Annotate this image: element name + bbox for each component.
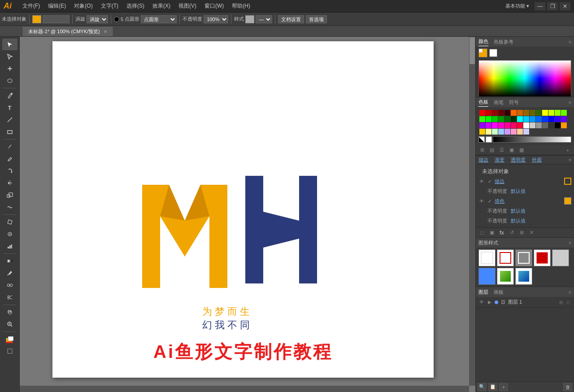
stroke-opacity-value[interactable]: 默认值 — [511, 188, 526, 195]
menu-view[interactable]: 视图(V) — [175, 1, 200, 11]
menu-object[interactable]: 对象(O) — [70, 1, 96, 11]
fill-opacity-value-1[interactable]: 默认值 — [511, 208, 526, 214]
restore-button[interactable]: ❐ — [547, 2, 558, 10]
fill-color-btn[interactable] — [2, 333, 17, 345]
menu-file[interactable]: 文件(F) — [19, 1, 43, 11]
palette-color-23[interactable] — [536, 116, 542, 122]
shape-select[interactable]: 点圆形 — [141, 15, 177, 23]
palette-color-33[interactable] — [511, 122, 517, 128]
layer-lock-icon[interactable]: ▶ — [487, 299, 493, 305]
fill-color-box[interactable] — [564, 197, 571, 205]
close-button[interactable]: ✕ — [560, 2, 570, 10]
layers-tab[interactable]: 图层 — [478, 289, 488, 296]
artboard-tab[interactable]: 画板 — [494, 289, 504, 296]
gs-icon-6[interactable]: ✕ — [527, 229, 536, 237]
line-segment-tool[interactable] — [2, 114, 17, 126]
palette-color-22[interactable] — [530, 116, 535, 122]
palette-add-icon[interactable]: + — [563, 146, 572, 154]
magic-wand-tool[interactable] — [2, 63, 17, 74]
stroke-check-icon[interactable]: ✓ — [487, 178, 493, 184]
palette-color-5[interactable] — [511, 110, 517, 116]
palette-color-37[interactable] — [536, 122, 542, 128]
color-spectrum[interactable] — [478, 60, 571, 96]
palette-color-1[interactable] — [486, 110, 491, 116]
palette-icon-2[interactable]: ▤ — [487, 146, 496, 154]
lasso-tool[interactable] — [2, 75, 17, 87]
palette-color-18[interactable] — [504, 116, 510, 122]
menu-select[interactable]: 选择(S) — [123, 1, 148, 11]
palette-color-45[interactable] — [498, 129, 504, 135]
menu-help[interactable]: 帮助(H) — [228, 1, 254, 11]
hand-tool[interactable] — [2, 306, 17, 318]
gs-fx-icon[interactable]: fx — [497, 229, 506, 237]
palette-panel-header[interactable]: 色板 画笔 符号 ≡ — [476, 97, 574, 107]
palette-color-3[interactable] — [498, 110, 504, 116]
palette-color-10[interactable] — [542, 110, 548, 116]
column-graph-tool[interactable] — [2, 240, 17, 252]
palette-color-49[interactable] — [523, 129, 529, 135]
gs-icon-2[interactable]: ▣ — [487, 229, 496, 237]
gs-options[interactable]: ≡ — [569, 240, 571, 245]
palette-color-16[interactable] — [492, 116, 498, 122]
pencil-tool[interactable] — [2, 153, 17, 165]
symbol-sprayer-tool[interactable] — [2, 228, 17, 240]
palette-color-40[interactable] — [555, 122, 561, 128]
palette-color-25[interactable] — [548, 116, 554, 122]
gs-white-stroke[interactable] — [515, 249, 532, 266]
palette-color-0[interactable] — [479, 110, 485, 116]
palette-color-44[interactable] — [492, 129, 498, 135]
preferences-button[interactable]: 首选项 — [306, 15, 327, 23]
menu-type[interactable]: 文字(T) — [97, 1, 122, 11]
palette-color-29[interactable] — [486, 122, 491, 128]
palette-color-12[interactable] — [555, 110, 561, 116]
gs-icon-1[interactable]: □ — [478, 229, 487, 237]
artboard[interactable]: 为梦而生 幻我不同 Ai鱼形文字制作教程 — [52, 41, 434, 378]
white-swatch[interactable] — [486, 136, 492, 143]
layer-name[interactable]: 图层 1 — [508, 299, 522, 305]
document-tab-close[interactable]: ✕ — [104, 29, 107, 34]
stroke-input[interactable] — [43, 15, 70, 23]
palette-options-icon[interactable]: ≡ — [569, 100, 571, 105]
palette-color-39[interactable] — [548, 122, 554, 128]
transparency-tab-item[interactable]: 透明度 — [511, 157, 526, 163]
palette-icon-5[interactable]: ▦ — [517, 146, 526, 154]
palette-color-28[interactable] — [479, 122, 485, 128]
fill-check-icon[interactable]: ✓ — [487, 198, 493, 204]
appearance-options[interactable]: ≡ — [569, 157, 571, 162]
artboard-tool[interactable] — [2, 345, 17, 357]
gs-green-fill[interactable] — [497, 268, 514, 285]
free-transform-tool[interactable] — [2, 216, 17, 228]
palette-icon-3[interactable]: ☰ — [497, 146, 506, 154]
pen-tool[interactable] — [2, 90, 17, 101]
menu-window[interactable]: 窗口(W) — [201, 1, 227, 11]
gs-icon-5[interactable]: ⊞ — [517, 229, 526, 237]
blend-tool[interactable] — [2, 279, 17, 291]
palette-color-8[interactable] — [530, 110, 535, 116]
canvas-scrollbar-horizontal[interactable] — [20, 386, 469, 392]
reflect-tool[interactable] — [2, 177, 17, 189]
layers-panel-header[interactable]: 图层 画板 ≡ — [476, 287, 574, 297]
palette-color-24[interactable] — [542, 116, 548, 122]
minimize-button[interactable]: — — [535, 2, 545, 10]
layer-select-icon[interactable]: □ — [565, 299, 571, 305]
gradient-tab-item[interactable]: 渐变 — [495, 157, 504, 163]
gs-default[interactable] — [478, 249, 496, 266]
gs-gray-fill[interactable] — [552, 249, 569, 266]
panel-options-icon[interactable]: ≡ — [569, 39, 571, 44]
scissors-tool[interactable] — [2, 292, 17, 303]
brush-tab[interactable]: 画笔 — [494, 98, 504, 107]
layer-target-icon[interactable]: ◎ — [558, 299, 564, 305]
palette-color-21[interactable] — [523, 116, 529, 122]
gs-red-stroke[interactable] — [497, 249, 514, 266]
stroke-tab-item[interactable]: 描边 — [478, 157, 488, 163]
palette-color-17[interactable] — [498, 116, 504, 122]
scale-tool[interactable] — [2, 189, 17, 201]
palette-color-13[interactable] — [561, 110, 567, 116]
palette-color-6[interactable] — [517, 110, 523, 116]
palette-color-20[interactable] — [517, 116, 523, 122]
scroll-thumb-vertical[interactable] — [470, 37, 475, 64]
gs-red-fill[interactable] — [534, 249, 551, 266]
layers-add-btn[interactable]: 📋 — [488, 383, 497, 391]
palette-color-4[interactable] — [504, 110, 510, 116]
background-swatch[interactable] — [489, 49, 497, 57]
